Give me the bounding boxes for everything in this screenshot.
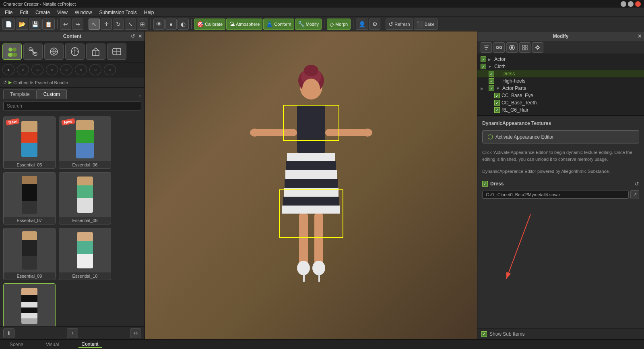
menu-file[interactable]: File	[2, 9, 16, 16]
menu-window[interactable]: Window	[72, 9, 95, 16]
tree-expand-actor-parts-arrow[interactable]: ▶	[481, 86, 486, 91]
new-file-button[interactable]: 📄	[2, 19, 15, 30]
tree-cb-rl-g6-hair[interactable]: ✓	[494, 107, 500, 113]
grid-item-essential05[interactable]: New Essential_05	[3, 116, 56, 169]
viewport[interactable]	[145, 31, 477, 339]
rt-grid-icon[interactable]	[519, 42, 530, 53]
tree-item-high-heels[interactable]: ✓ High-heels	[477, 77, 644, 85]
actor-button[interactable]: 👤	[356, 19, 368, 30]
status-tab-visual[interactable]: Visual	[43, 342, 62, 347]
dress-refresh-icon[interactable]: ↺	[634, 181, 639, 187]
search-input[interactable]	[3, 102, 141, 110]
light-button[interactable]: ●	[165, 19, 177, 30]
refresh-button[interactable]: ↺Refresh	[386, 19, 413, 30]
breadcrumb-back-icon[interactable]: ↺	[3, 80, 7, 85]
right-panel-close-icon[interactable]: ✕	[638, 33, 642, 39]
conform-button[interactable]: 👗Conform	[263, 19, 294, 30]
light2-button[interactable]: ◐	[178, 19, 189, 30]
save-button[interactable]: 💾	[29, 19, 41, 30]
calibrate-button[interactable]: 🎯Calibrate	[194, 19, 225, 30]
grid-item-essential10[interactable]: Essential_10	[59, 228, 111, 280]
snap-button[interactable]: ⊞	[137, 19, 148, 30]
char-small-icon-6[interactable]: ○	[75, 64, 87, 75]
char-icon-bone[interactable]	[23, 44, 43, 60]
char-icon-prop[interactable]	[86, 44, 105, 60]
rt-filter-icon[interactable]	[481, 42, 492, 53]
status-tab-scene[interactable]: Scene	[6, 342, 27, 347]
tree-item-dress[interactable]: ✓ Dress	[477, 70, 644, 77]
undo-button[interactable]: ↩	[60, 19, 71, 30]
show-sub-items-checkbox[interactable]: ✓	[481, 331, 487, 337]
char-small-icon-2[interactable]: ○	[17, 64, 29, 75]
tree-item-actor[interactable]: ✓ ▶ Actor	[477, 56, 644, 63]
grid-item-essential07[interactable]: Essential_07	[3, 172, 56, 224]
breadcrumb-essential[interactable]: Essential Bundle	[35, 80, 68, 85]
bake-button[interactable]: ⬛Bake	[414, 19, 438, 30]
rt-move-icon[interactable]	[493, 42, 505, 53]
tree-cb-cc-base-teeth[interactable]: ✓	[494, 100, 500, 106]
tree-cb-cloth[interactable]: ✓	[481, 64, 486, 69]
camera-button[interactable]: 👁	[153, 19, 165, 30]
rt-appearance-icon[interactable]	[506, 42, 518, 53]
morph-button[interactable]: ◇Morph	[327, 19, 351, 30]
tree-item-cc-base-eye[interactable]: ✓ CC_Base_Eye	[477, 92, 644, 99]
maximize-button[interactable]	[628, 1, 634, 7]
grid-item-essential09[interactable]: Essential_09	[3, 228, 56, 280]
char-small-icon-4[interactable]: ○	[46, 64, 58, 75]
menu-submission-tools[interactable]: Submission Tools	[96, 9, 140, 16]
status-tab-content[interactable]: Content	[78, 341, 102, 348]
char-small-icon-5[interactable]: ○	[60, 64, 72, 75]
scale-button[interactable]: ⤡	[125, 19, 136, 30]
grid-item-natalie[interactable]: Natalie	[3, 283, 56, 326]
tree-expand-cloth[interactable]: ▼	[488, 64, 493, 69]
tab-template[interactable]: Template	[3, 89, 37, 99]
atmosphere-button[interactable]: 🌤Atmosphere	[226, 19, 262, 30]
file-open-button[interactable]: ↗	[630, 190, 639, 199]
tab-options-icon[interactable]: ≡	[138, 93, 141, 99]
redo-button[interactable]: ↪	[72, 19, 83, 30]
dress-checkbox[interactable]: ✓	[482, 181, 488, 187]
breadcrumb-arrow1[interactable]: ▶	[8, 80, 12, 85]
open-file-button[interactable]: 📂	[16, 19, 28, 30]
char-small-icon-3[interactable]: ○	[31, 64, 43, 75]
move-button[interactable]: ✛	[101, 19, 112, 30]
menu-view[interactable]: View	[54, 9, 71, 16]
rotate-button[interactable]: ↻	[113, 19, 124, 30]
menu-edit[interactable]: Edit	[17, 9, 31, 16]
char-small-icon-8[interactable]: ○	[104, 64, 116, 75]
tree-expand-actor[interactable]: ▶	[488, 57, 493, 62]
char-icon-group[interactable]	[2, 44, 22, 60]
settings-button[interactable]: ⚙	[369, 19, 380, 30]
modify-button[interactable]: 🔧Modify	[295, 19, 322, 30]
tab-custom[interactable]: Custom	[37, 89, 67, 99]
menu-help[interactable]: Help	[141, 9, 157, 16]
tree-item-cc-base-teeth[interactable]: ✓ CC_Base_Teeth	[477, 99, 644, 106]
tree-cb-cc-base-eye[interactable]: ✓	[494, 93, 500, 98]
add-button[interactable]: ＋	[67, 328, 78, 338]
char-icon-cloth[interactable]	[65, 44, 85, 60]
tree-cb-actor[interactable]: ✓	[481, 56, 486, 62]
grid-item-essential06[interactable]: New Essential_06	[59, 116, 111, 169]
char-icon-mesh[interactable]	[44, 44, 64, 60]
char-small-icon-1[interactable]: ●	[2, 64, 14, 75]
import-down-button[interactable]: ⬇	[3, 328, 14, 338]
rt-settings-icon[interactable]	[532, 42, 543, 53]
tree-expand-actor-parts[interactable]: ▼	[496, 86, 501, 91]
tree-cb-high-heels[interactable]: ✓	[489, 78, 494, 84]
menu-create[interactable]: Create	[32, 9, 53, 16]
close-button[interactable]	[635, 1, 641, 7]
tree-cb-actor-parts[interactable]: ✓	[489, 85, 494, 91]
char-small-icon-7[interactable]: ○	[89, 64, 101, 75]
tree-cb-dress[interactable]: ✓	[489, 71, 494, 77]
breadcrumb-clothed[interactable]: Clothed	[13, 80, 29, 85]
minimize-button[interactable]	[621, 1, 626, 7]
tree-item-cloth[interactable]: ✓ ▼ Cloth	[477, 63, 644, 70]
tree-item-rl-g6-hair[interactable]: ✓ RL_G6_Hair	[477, 106, 644, 114]
save-as-button[interactable]: 📋	[42, 19, 55, 30]
link-button[interactable]: ⇔	[130, 328, 141, 338]
content-refresh-icon[interactable]: ↺	[131, 33, 135, 39]
select-button[interactable]: ↖	[89, 19, 100, 30]
tree-item-actor-parts[interactable]: ▶ ✓ ▼ Actor Parts	[477, 85, 644, 92]
grid-item-essential08[interactable]: Essential_08	[59, 172, 111, 224]
char-icon-accessory[interactable]	[107, 44, 126, 60]
